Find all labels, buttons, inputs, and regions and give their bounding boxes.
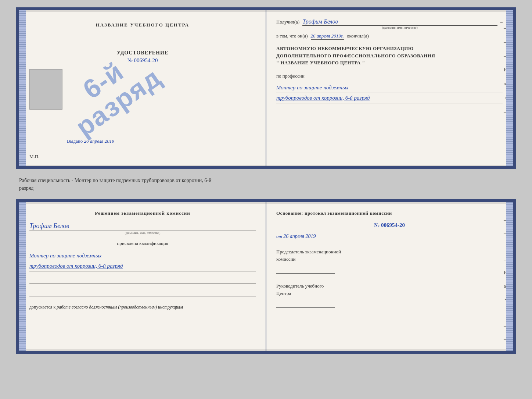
- resheniem-title: Решением экзаменационной комиссии: [29, 210, 256, 216]
- okonchill-label: окончил(а): [347, 33, 369, 39]
- ot-prefix: от: [276, 234, 282, 239]
- bottom-doc-right-page: Основание: протокол экзаменационной коми…: [266, 202, 513, 351]
- bottom-doc-left-page: Решением экзаменационной комиссии Трофим…: [19, 202, 266, 351]
- profession-line2: трубопроводов от коррозии, 6-й разряд: [276, 93, 503, 103]
- empty-line-1: [29, 276, 256, 284]
- qualification-line1: Монтер по защите подземных: [29, 251, 256, 261]
- predsedatel-signature-line: [276, 266, 335, 274]
- vtom-label: в том, что он(а): [276, 33, 308, 39]
- right-binding-texture: [506, 10, 513, 166]
- допускается-block: допускается к работе согласно должностны…: [29, 304, 256, 310]
- bottom-fio-hint: (фамилия, имя, отчество): [29, 231, 256, 235]
- predsedatel-block: Председатель экзаменационной комиссии: [276, 248, 503, 274]
- qualification-line2: трубопроводов от коррозии, 6-й разряд: [29, 261, 256, 271]
- rukovoditel-title: Руководитель учебного Центра: [276, 282, 503, 297]
- top-document: НАЗВАНИЕ УЧЕБНОГО ЦЕНТРА УДОСТОВЕРЕНИЕ №…: [16, 7, 516, 169]
- top-doc-right-page: Получил(а) Трофим Белов (фамилия, имя, о…: [266, 10, 513, 166]
- protocol-num: № 006954-20: [276, 222, 503, 228]
- fio-hint-top: (фамилия, имя, отчество): [302, 26, 497, 29]
- bottom-document: Решением экзаменационной комиссии Трофим…: [16, 199, 516, 354]
- bottom-left-binding-texture: [19, 202, 26, 351]
- diagonal-stamp: 6-йразряд: [48, 29, 173, 154]
- vtom-line: в том, что он(а) 26 апреля 2019г. окончи…: [276, 33, 503, 40]
- dash-right: –: [500, 19, 503, 25]
- udostoverenie-title: УДОСТОВЕРЕНИЕ: [117, 50, 168, 56]
- bottom-name-block: Трофим Белов (фамилия, имя, отчество): [29, 221, 256, 235]
- middle-line1: Рабочая специальность - Монтер по защите…: [19, 178, 212, 183]
- org-block: АВТОНОМНУЮ НЕКОММЕРЧЕСКУЮ ОРГАНИЗАЦИЮ ДО…: [276, 45, 503, 67]
- poluchil-line: Получил(а) Трофим Белов (фамилия, имя, о…: [276, 18, 503, 29]
- middle-text-block: Рабочая специальность - Монтер по защите…: [16, 175, 516, 193]
- udostoverenie-block: УДОСТОВЕРЕНИЕ № 006954-20: [117, 50, 168, 64]
- empty-line-2: [29, 288, 256, 296]
- допускается-label: допускается к: [29, 304, 55, 310]
- top-doc-left-page: НАЗВАНИЕ УЧЕБНОГО ЦЕНТРА УДОСТОВЕРЕНИЕ №…: [19, 10, 266, 166]
- rukovoditel-block: Руководитель учебного Центра: [276, 282, 503, 308]
- po-professii-label: по профессии: [276, 73, 503, 79]
- допускается-value: работе согласно должностным (производств…: [57, 304, 183, 310]
- udostoverenie-num: № 006954-20: [117, 57, 168, 64]
- predsedatel-title: Председатель экзаменационной комиссии: [276, 248, 503, 263]
- org-line1: АВТОНОМНУЮ НЕКОММЕРЧЕСКУЮ ОРГАНИЗАЦИЮ: [276, 45, 503, 52]
- ot-date: 26 апреля 2019: [283, 234, 316, 239]
- osnovanie-title: Основание: протокол экзаменационной коми…: [276, 210, 503, 216]
- qualification-block: Монтер по защите подземных трубопроводов…: [29, 251, 256, 271]
- bottom-name: Трофим Белов: [29, 222, 256, 231]
- vydano-block: Выдано 26 апреля 2019: [67, 138, 114, 144]
- poluchil-name: Трофим Белов: [302, 18, 497, 26]
- middle-line2: разряд: [19, 185, 33, 191]
- ot-date-block: от 26 апреля 2019: [276, 234, 503, 239]
- org-line3: " НАЗВАНИЕ УЧЕБНОГО ЦЕНТРА ": [276, 59, 503, 67]
- photo-placeholder: [29, 69, 62, 110]
- mp-label: М.П.: [29, 154, 39, 160]
- bottom-right-binding-texture: [506, 202, 513, 351]
- top-left-title: НАЗВАНИЕ УЧЕБНОГО ЦЕНТРА: [96, 22, 190, 28]
- poluchil-label: Получил(а): [276, 19, 299, 25]
- profession-block: Монтер по защите подземных трубопроводов…: [276, 83, 503, 103]
- rukovoditel-signature-line: [276, 300, 335, 308]
- prisvoyena-label: присвоена квалификация: [29, 241, 256, 246]
- org-line2: ДОПОЛНИТЕЛЬНОГО ПРОФЕССИОНАЛЬНОГО ОБРАЗО…: [276, 52, 503, 60]
- vtom-date: 26 апреля 2019г.: [311, 33, 344, 40]
- profession-line1: Монтер по защите подземных: [276, 83, 503, 93]
